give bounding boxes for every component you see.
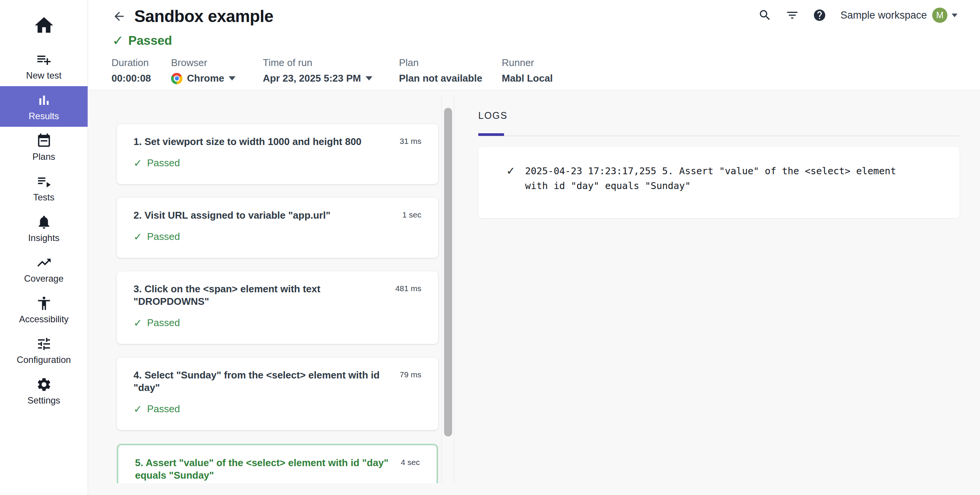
run-status-label: Passed: [128, 34, 172, 48]
meta-browser: Browser Chrome: [171, 57, 263, 84]
filter-icon: [786, 8, 799, 22]
step-duration: 31 ms: [400, 136, 422, 146]
check-icon: ✓: [134, 158, 142, 169]
tune-icon: [36, 336, 52, 352]
steps-scroll-viewport: 1. Set viewport size to width 1000 and h…: [88, 91, 441, 483]
browser-value: Chrome: [187, 72, 224, 84]
sidebar-item-results[interactable]: Results: [0, 86, 88, 127]
step-title: 3. Click on the <span> element with text…: [134, 283, 395, 308]
step-status: ✓ Passed: [134, 157, 422, 169]
check-icon: ✓: [134, 231, 142, 243]
step-card-head: 4. Select "Sunday" from the <select> ele…: [134, 369, 422, 394]
step-card-head: 3. Click on the <span> element with text…: [134, 283, 422, 308]
tab-logs[interactable]: LOGS: [478, 110, 508, 121]
sidebar-item-label: Coverage: [24, 274, 63, 284]
meta-label: Duration: [111, 57, 171, 69]
check-icon: ✓: [506, 164, 515, 179]
sidebar-item-home[interactable]: [0, 0, 88, 46]
meta-label: Plan: [399, 57, 502, 69]
step-card[interactable]: 4. Select "Sunday" from the <select> ele…: [117, 358, 438, 430]
back-button[interactable]: [111, 9, 127, 24]
check-icon: ✓: [112, 34, 124, 48]
sidebar-item-label: Accessibility: [19, 314, 68, 324]
step-duration: 4 sec: [401, 457, 420, 467]
sidebar-nav: New test Results Plans Tests Insights Co…: [0, 46, 88, 411]
calendar-icon: [36, 133, 52, 149]
step-duration: 481 ms: [395, 283, 422, 293]
avatar: M: [932, 8, 947, 23]
step-title: 5. Assert "value" of the <select> elemen…: [135, 457, 401, 482]
filter-button[interactable]: [785, 8, 799, 22]
log-entries: ✓ 2025-04-23 17:23:17,255 5. Assert "val…: [478, 147, 959, 218]
step-card[interactable]: 2. Visit URL assigned to variable "app.u…: [117, 198, 438, 258]
page-title: Sandbox example: [134, 7, 274, 26]
steps-list: 1. Set viewport size to width 1000 and h…: [88, 91, 441, 483]
gear-icon: [36, 377, 52, 393]
chevron-down-icon: [366, 76, 372, 80]
step-status-label: Passed: [147, 231, 180, 243]
meta-time-of-run: Time of run Apr 23, 2025 5:23 PM: [263, 57, 399, 84]
search-button[interactable]: [758, 8, 772, 22]
time-of-run-value: Apr 23, 2025 5:23 PM: [263, 72, 361, 84]
sidebar-item-plans[interactable]: Plans: [0, 127, 88, 168]
step-card[interactable]: 5. Assert "value" of the <select> elemen…: [117, 444, 438, 483]
check-icon: ✓: [134, 317, 142, 329]
sidebar-item-insights[interactable]: Insights: [0, 208, 88, 249]
toolbar: Sample workspace M: [745, 8, 958, 23]
step-title: 4. Select "Sunday" from the <select> ele…: [134, 369, 400, 394]
sidebar-item-settings[interactable]: Settings: [0, 370, 88, 411]
home-icon: [33, 14, 55, 37]
duration-value: 00:00:08: [111, 72, 171, 84]
sidebar: New test Results Plans Tests Insights Co…: [0, 0, 88, 495]
sidebar-item-configuration[interactable]: Configuration: [0, 330, 88, 370]
step-status: ✓ Passed: [134, 231, 422, 243]
sidebar-item-label: Plans: [32, 152, 55, 162]
steps-scrollbar-track[interactable]: [441, 95, 454, 483]
sidebar-item-label: Results: [29, 111, 59, 121]
sidebar-item-label: Insights: [28, 233, 60, 243]
bar-chart-icon: [36, 92, 52, 108]
browser-selector[interactable]: Chrome: [171, 72, 263, 84]
test-results-page: New test Results Plans Tests Insights Co…: [0, 0, 980, 495]
logs-panel: LOGS ✓ 2025-04-23 17:23:17,255 5. Assert…: [478, 90, 959, 218]
time-of-run-selector[interactable]: Apr 23, 2025 5:23 PM: [263, 72, 399, 84]
run-status: ✓ Passed: [88, 26, 980, 48]
steps-scrollbar-thumb[interactable]: [444, 108, 452, 436]
step-card[interactable]: 1. Set viewport size to width 1000 and h…: [117, 124, 438, 184]
sidebar-item-label: New test: [26, 70, 61, 80]
step-title: 1. Set viewport size to width 1000 and h…: [134, 136, 400, 148]
help-button[interactable]: [812, 8, 827, 22]
step-card-head: 5. Assert "value" of the <select> elemen…: [135, 457, 420, 482]
step-card[interactable]: 3. Click on the <span> element with text…: [117, 271, 438, 344]
meta-plan: Plan Plan not available: [399, 57, 502, 84]
step-title: 2. Visit URL assigned to variable "app.u…: [134, 209, 402, 222]
meta-label: Time of run: [263, 57, 399, 69]
chrome-icon: [171, 73, 183, 84]
sidebar-item-new-test[interactable]: New test: [0, 46, 88, 86]
trending-up-icon: [36, 255, 52, 271]
workspace-label: Sample workspace: [840, 10, 927, 21]
arrow-back-icon: [112, 10, 126, 23]
plan-value: Plan not available: [399, 72, 502, 84]
help-icon: [813, 8, 826, 22]
sidebar-item-label: Configuration: [17, 355, 71, 365]
run-metadata: Duration 00:00:08 Browser Chrome Time of…: [88, 48, 980, 84]
sidebar-item-tests[interactable]: Tests: [0, 168, 88, 208]
step-status-label: Passed: [147, 403, 180, 415]
search-icon: [758, 8, 772, 22]
step-duration: 1 sec: [402, 209, 422, 219]
chevron-down-icon: [229, 76, 235, 80]
step-card-head: 2. Visit URL assigned to variable "app.u…: [134, 209, 422, 222]
step-status: ✓ Passed: [134, 403, 422, 415]
log-text: 2025-04-23 17:23:17,255 5. Assert "value…: [525, 164, 906, 193]
step-card-head: 1. Set viewport size to width 1000 and h…: [134, 136, 422, 148]
step-duration: 79 ms: [400, 369, 422, 379]
meta-label: Runner: [502, 57, 552, 69]
sidebar-item-accessibility[interactable]: Accessibility: [0, 289, 88, 330]
sidebar-item-coverage[interactable]: Coverage: [0, 249, 88, 289]
chevron-down-icon: [951, 13, 957, 17]
workspace-menu[interactable]: Sample workspace M: [840, 8, 958, 23]
sidebar-item-label: Tests: [33, 192, 54, 202]
playlist-add-icon: [36, 52, 52, 67]
meta-label: Browser: [171, 57, 263, 69]
